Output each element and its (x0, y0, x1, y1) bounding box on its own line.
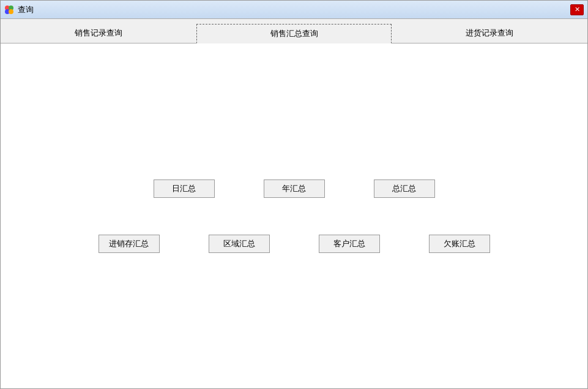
tab-purchase-record[interactable]: 进货记录查询 (392, 24, 587, 43)
svg-point-3 (9, 9, 13, 14)
inventory-summary-button[interactable]: 进销存汇总 (99, 235, 160, 253)
title-bar-left: 查询 (4, 4, 34, 15)
region-summary-button[interactable]: 区域汇总 (209, 235, 270, 253)
tab-sales-summary[interactable]: 销售汇总查询 (196, 24, 392, 43)
title-bar: 查询 ✕ (1, 1, 587, 19)
button-row-1: 日汇总 年汇总 总汇总 (154, 179, 435, 198)
daily-summary-button[interactable]: 日汇总 (154, 179, 215, 198)
main-window: 查询 ✕ 销售记录查询 销售汇总查询 进货记录查询 日汇总 年汇总 总汇总 进销… (0, 0, 588, 389)
buttons-section: 日汇总 年汇总 总汇总 进销存汇总 区域汇总 客户汇总 欠账汇总 (13, 179, 575, 253)
close-button[interactable]: ✕ (570, 4, 584, 15)
tab-sales-record[interactable]: 销售记录查询 (1, 24, 196, 43)
button-row-2: 进销存汇总 区域汇总 客户汇总 欠账汇总 (99, 235, 490, 253)
total-summary-button[interactable]: 总汇总 (374, 179, 435, 198)
window-title: 查询 (18, 4, 34, 15)
content-area: 日汇总 年汇总 总汇总 进销存汇总 区域汇总 客户汇总 欠账汇总 (1, 43, 587, 388)
debt-summary-button[interactable]: 欠账汇总 (429, 235, 490, 253)
tab-bar: 销售记录查询 销售汇总查询 进货记录查询 (1, 19, 587, 43)
customer-summary-button[interactable]: 客户汇总 (319, 235, 380, 253)
app-icon (4, 5, 14, 15)
yearly-summary-button[interactable]: 年汇总 (264, 179, 325, 198)
